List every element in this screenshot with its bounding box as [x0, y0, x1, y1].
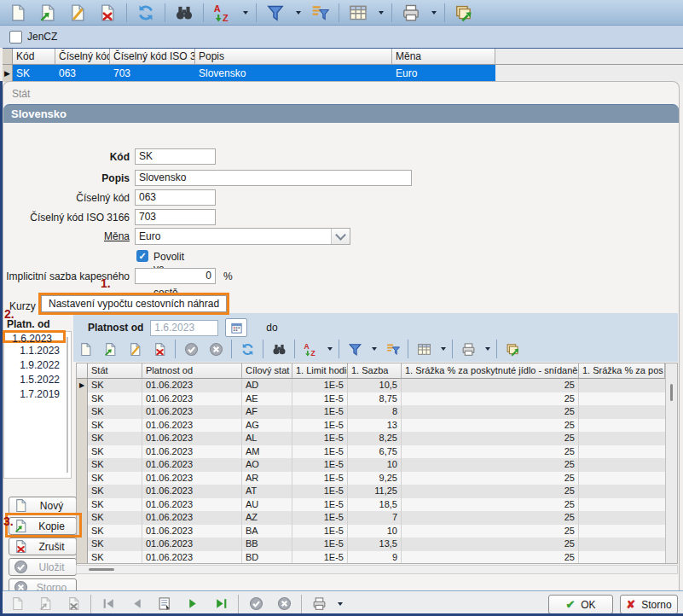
- rates-table-row[interactable]: SK 01.06.2023 BD 1E-5 9 25: [77, 551, 665, 564]
- first-record-icon[interactable]: [97, 593, 119, 615]
- cell-limit: 1E-5: [292, 445, 348, 459]
- column-header-sazba[interactable]: 1. Sazba: [348, 363, 402, 379]
- mena-dropdown-button[interactable]: [331, 229, 350, 244]
- search-icon[interactable]: [173, 2, 195, 24]
- novy-button[interactable]: Nový: [9, 497, 77, 514]
- column-chooser-icon[interactable]: [414, 340, 433, 358]
- print-dropdown-caret[interactable]: [431, 11, 437, 15]
- column-header-stat[interactable]: Stát: [88, 363, 142, 379]
- cell-limit: 1E-5: [292, 551, 348, 564]
- search-icon[interactable]: [269, 340, 288, 358]
- platnost-od-field[interactable]: 1.6.2023: [150, 320, 218, 336]
- sort-dropdown-caret[interactable]: [327, 347, 333, 351]
- filter-dropdown-caret[interactable]: [296, 11, 301, 15]
- rates-table-row[interactable]: SK 01.06.2023 AR 1E-5 9,25 25: [77, 472, 665, 485]
- column-header-popis[interactable]: Popis: [195, 49, 392, 65]
- export-icon[interactable]: [503, 340, 522, 358]
- print-icon[interactable]: [400, 2, 422, 24]
- last-record-icon[interactable]: [210, 593, 232, 615]
- column-header-iso[interactable]: Číselný kód ISO 3166: [110, 49, 195, 65]
- povolit-checkbox[interactable]: ✓: [136, 250, 148, 262]
- column-header-limit-hodin[interactable]: 1. Limit hodin: [292, 363, 348, 379]
- mena-label[interactable]: Měna: [3, 230, 130, 242]
- mena-dropdown[interactable]: Euro: [135, 228, 350, 245]
- vertical-scrollbar[interactable]: [665, 363, 677, 563]
- rates-table-row[interactable]: SK 01.06.2023 AF 1E-5 8 25: [77, 405, 665, 419]
- scrollbar-thumb[interactable]: [89, 568, 114, 571]
- edit-document-icon[interactable]: [67, 2, 89, 24]
- column-header-platnost-od[interactable]: Platnost od: [142, 363, 242, 379]
- kapesne-field[interactable]: 0: [135, 268, 216, 284]
- jencz-checkbox[interactable]: [9, 31, 22, 44]
- scrollbar-thumb[interactable]: [670, 384, 673, 401]
- filter-builder-icon[interactable]: [309, 2, 331, 24]
- validity-date-item[interactable]: 1.6.2023: [3, 330, 66, 343]
- new-document-icon[interactable]: [76, 340, 95, 358]
- validity-date-item[interactable]: 1.1.2023: [4, 344, 71, 358]
- ciselny-kod-field[interactable]: 063: [135, 189, 216, 206]
- print-icon[interactable]: [459, 340, 478, 358]
- new-document-icon[interactable]: [7, 2, 29, 24]
- column-header-srazka-snidane[interactable]: 1. Srážka % za poskytnuté jídlo - snídan…: [402, 363, 579, 379]
- iso-field[interactable]: 703: [135, 209, 216, 225]
- ok-button[interactable]: ✔ OK: [548, 595, 613, 614]
- rates-table-row[interactable]: SK 01.06.2023 AE 1E-5 8,75 25: [77, 392, 665, 406]
- refresh-icon[interactable]: [135, 2, 157, 24]
- rates-table-row[interactable]: SK 01.06.2023 AM 1E-5 6,75 25: [77, 445, 665, 459]
- validity-date-item[interactable]: 1.5.2022: [4, 373, 71, 387]
- export-icon[interactable]: [453, 2, 475, 24]
- column-header-ciselny-kod[interactable]: Číselný kód: [55, 49, 110, 65]
- rates-table-row[interactable]: SK 01.06.2023 AU 1E-5 18,5 25: [77, 498, 665, 512]
- print-dropdown-caret[interactable]: [485, 347, 490, 351]
- rates-table-row[interactable]: SK 01.06.2023 AL 1E-5 8,25 25: [77, 432, 665, 445]
- filter-icon[interactable]: [264, 2, 287, 24]
- copy-document-icon[interactable]: [37, 2, 59, 24]
- cancel-icon[interactable]: [206, 340, 225, 358]
- tab-nahrady[interactable]: Nastavení vypočtu cestovních náhrad: [41, 295, 227, 312]
- column-header-mena[interactable]: Měna: [392, 49, 495, 65]
- validity-date-item[interactable]: 1.9.2022: [4, 358, 71, 373]
- popis-field[interactable]: Slovensko: [135, 170, 412, 186]
- rates-table-row[interactable]: SK 01.06.2023 AD 1E-5 10,5 25: [77, 379, 665, 392]
- next-record-icon[interactable]: [182, 593, 204, 615]
- rates-table-row[interactable]: SK 01.06.2023 BA 1E-5 10 25: [77, 525, 665, 538]
- print-icon[interactable]: [308, 593, 330, 615]
- column-header-srazka-2[interactable]: 1. Srážka % za pos: [579, 363, 665, 379]
- refresh-icon[interactable]: [238, 340, 257, 358]
- column-header-cilovy-stat[interactable]: Cílový stat: [242, 363, 292, 379]
- annotation-step-3: 3.: [3, 514, 14, 528]
- column-chooser-icon[interactable]: [347, 2, 369, 24]
- rates-table-row[interactable]: SK 01.06.2023 AG 1E-5 13 25: [77, 419, 665, 433]
- edit-document-icon[interactable]: [125, 340, 144, 358]
- calendar-button[interactable]: [225, 318, 247, 337]
- previous-record-icon[interactable]: [125, 593, 148, 615]
- columns-dropdown-caret[interactable]: [441, 347, 446, 351]
- rates-table-row[interactable]: SK 01.06.2023 AO 1E-5 10 25: [77, 458, 665, 472]
- print-dropdown-caret[interactable]: [338, 602, 343, 606]
- sort-az-icon[interactable]: [301, 340, 320, 358]
- apply-icon[interactable]: [182, 340, 200, 358]
- storno-button[interactable]: ✘ Storno: [620, 595, 678, 614]
- countries-row-selected[interactable]: ▶ SK 063 703 Slovensko Euro: [3, 65, 683, 82]
- sort-dropdown-caret[interactable]: [243, 11, 248, 15]
- filter-builder-icon[interactable]: [383, 340, 402, 358]
- detail-view-icon[interactable]: [153, 593, 176, 615]
- sort-az-icon[interactable]: [211, 2, 234, 24]
- column-header-kod[interactable]: Kód: [13, 49, 55, 65]
- filter-icon[interactable]: [345, 340, 364, 358]
- apply-icon[interactable]: [245, 593, 267, 615]
- rates-table-row[interactable]: SK 01.06.2023 AZ 1E-5 7 25: [77, 511, 665, 525]
- delete-document-icon[interactable]: [150, 340, 169, 358]
- cell-sazba: 6,75: [348, 445, 402, 459]
- kod-field[interactable]: SK: [135, 148, 216, 165]
- delete-document-icon[interactable]: [96, 2, 119, 24]
- columns-dropdown-caret[interactable]: [379, 11, 384, 15]
- zrusit-button[interactable]: Zrušit: [9, 538, 77, 555]
- validity-date-item[interactable]: 1.7.2019: [4, 387, 71, 402]
- horizontal-scrollbar[interactable]: [76, 565, 678, 574]
- rates-table-row[interactable]: SK 01.06.2023 AT 1E-5 11,25 25: [77, 485, 665, 498]
- copy-document-icon[interactable]: [101, 340, 119, 358]
- cancel-icon[interactable]: [273, 593, 295, 615]
- filter-dropdown-caret[interactable]: [372, 347, 377, 351]
- rates-table-row[interactable]: SK 01.06.2023 BB 1E-5 13,5 25: [77, 538, 665, 551]
